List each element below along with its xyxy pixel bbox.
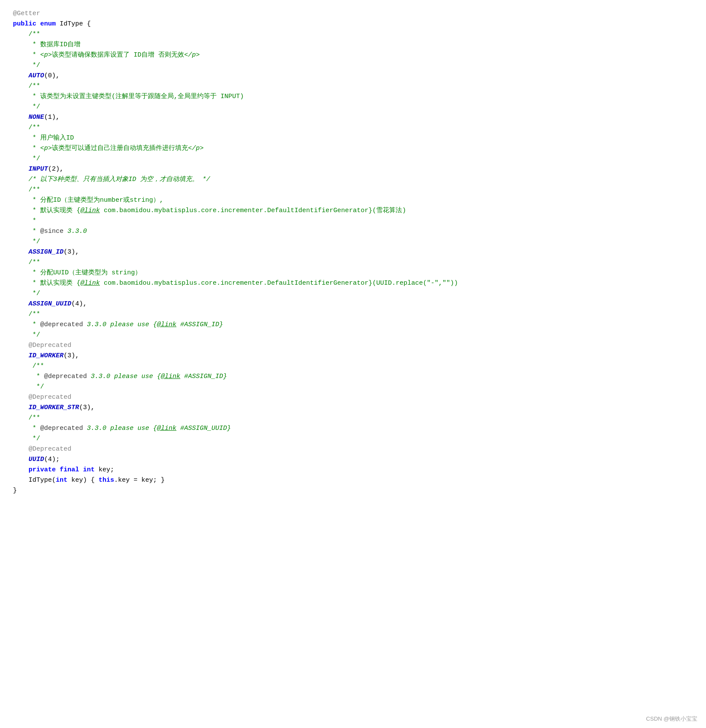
code-token: 3.3.0 please use { [83, 321, 157, 328]
code-token: /** [13, 259, 40, 266]
code-token: * 用户输入ID [13, 134, 74, 142]
code-token: INPUT [29, 165, 48, 173]
code-token: .key = key; } [114, 477, 165, 484]
code-line: IdType(int key) { this.key = key; } [13, 475, 693, 486]
code-lines: @Getterpublic enum IdType { /** * 数据库ID自… [13, 9, 693, 496]
code-line: * @deprecated 3.3.0 please use {@link #A… [13, 372, 693, 382]
code-token [13, 466, 29, 474]
code-token: * 默认实现类 { [13, 207, 80, 214]
code-line: * 数据库ID自增 [13, 40, 693, 50]
code-line: * <p>该类型可以通过自己注册自动填充插件进行填充</p> [13, 143, 693, 154]
code-token: <p> [40, 145, 52, 152]
code-token: (3), [79, 404, 95, 411]
code-token [13, 165, 29, 173]
code-token: * 该类型为未设置主键类型(注解里等于跟随全局,全局里约等于 INPUT) [13, 93, 244, 100]
code-token: */ [13, 155, 40, 162]
code-token: (2), [48, 165, 64, 173]
code-token: } [13, 487, 17, 494]
code-token: #ASSIGN_UUID} [176, 425, 231, 432]
code-token: */ [13, 290, 40, 297]
code-line: */ [13, 102, 693, 112]
code-line: } [13, 486, 693, 496]
code-token: /** [13, 124, 40, 131]
code-token: (4), [71, 300, 87, 308]
code-token: </p> [188, 145, 204, 152]
code-line: * 用户输入ID [13, 133, 693, 143]
code-token: 3.3.0 [64, 228, 87, 235]
code-token: @link [80, 207, 100, 214]
code-container: @Getterpublic enum IdType { /** * 数据库ID自… [0, 0, 706, 728]
code-token: com.baomidou.mybatisplus.core.incremente… [100, 207, 368, 214]
code-token: }(雪花算法) [368, 207, 406, 214]
code-line: @Deprecated [13, 392, 693, 403]
code-token: /** [13, 186, 40, 194]
code-line: INPUT(2), [13, 164, 693, 175]
code-token: * 默认实现类 { [13, 280, 80, 287]
code-line: @Getter [13, 9, 693, 19]
code-token: @Deprecated [13, 342, 71, 349]
code-token: @Deprecated [13, 445, 71, 453]
code-token: /** [13, 311, 40, 318]
code-line: */ [13, 154, 693, 164]
code-token: * [13, 373, 44, 380]
code-token: * 分配UUID（主键类型为 string） [13, 269, 141, 277]
code-line: NONE(1), [13, 112, 693, 123]
code-token: 该类型可以通过自己注册自动填充插件进行填充 [52, 145, 188, 152]
code-token: private [29, 466, 60, 474]
code-token: @link [80, 280, 100, 287]
code-token: @link [157, 425, 176, 432]
code-token: /** [13, 31, 40, 38]
code-token: key; [99, 466, 114, 474]
code-token [13, 404, 29, 411]
code-token: public [13, 20, 40, 28]
code-line: /** [13, 185, 693, 195]
code-token: (3), [64, 352, 79, 359]
code-line: AUTO(0), [13, 71, 693, 81]
code-token: 该类型请确保数据库设置了 ID自增 否则无效 [52, 51, 184, 59]
code-line: /** [13, 413, 693, 423]
code-line: * @since 3.3.0 [13, 226, 693, 237]
code-token: @Deprecated [13, 394, 71, 401]
code-line: ASSIGN_UUID(4), [13, 299, 693, 309]
code-line: ID_WORKER(3), [13, 351, 693, 361]
code-line: /** [13, 29, 693, 40]
code-line: /** [13, 361, 693, 372]
code-token: enum [40, 20, 60, 28]
code-token: */ [13, 383, 44, 391]
code-line: ID_WORKER_STR(3), [13, 403, 693, 413]
code-token: #ASSIGN_ID} [176, 321, 223, 328]
code-token: * [13, 51, 40, 59]
code-token: /** [13, 362, 44, 370]
code-token: UUID [29, 456, 44, 463]
code-token [13, 456, 29, 463]
code-token: ID_WORKER [29, 352, 64, 359]
code-token: @link [157, 321, 176, 328]
code-token [13, 72, 29, 79]
code-token: ASSIGN_UUID [29, 300, 71, 308]
code-token: 3.3.0 please use { [83, 425, 157, 432]
code-line: * 该类型为未设置主键类型(注解里等于跟随全局,全局里约等于 INPUT) [13, 92, 693, 102]
footer-label: CSDN @钢铁小宝宝 [646, 715, 697, 724]
code-token: * [13, 228, 40, 235]
code-line: * [13, 216, 693, 226]
code-token: (4); [44, 456, 60, 463]
code-line: private final int key; [13, 465, 693, 475]
code-token [13, 352, 29, 359]
code-line: * @deprecated 3.3.0 please use {@link #A… [13, 423, 693, 434]
code-token: int [83, 466, 99, 474]
code-token: * [13, 425, 40, 432]
code-token: * 分配ID（主键类型为number或string）, [13, 197, 163, 204]
code-line: UUID(4); [13, 455, 693, 465]
code-line: public enum IdType { [13, 19, 693, 29]
code-token: </p> [184, 51, 200, 59]
code-token: int [56, 477, 71, 484]
code-token: final [60, 466, 83, 474]
code-token: * [13, 321, 40, 328]
code-token: */ [13, 435, 40, 442]
code-token: 3.3.0 please use { [87, 373, 161, 380]
code-token [13, 300, 29, 308]
code-token: @deprecated [40, 425, 83, 432]
code-token: }(UUID.replace("-","")) [368, 280, 458, 287]
code-token: ASSIGN_ID [29, 248, 64, 256]
code-token: * [13, 217, 36, 225]
